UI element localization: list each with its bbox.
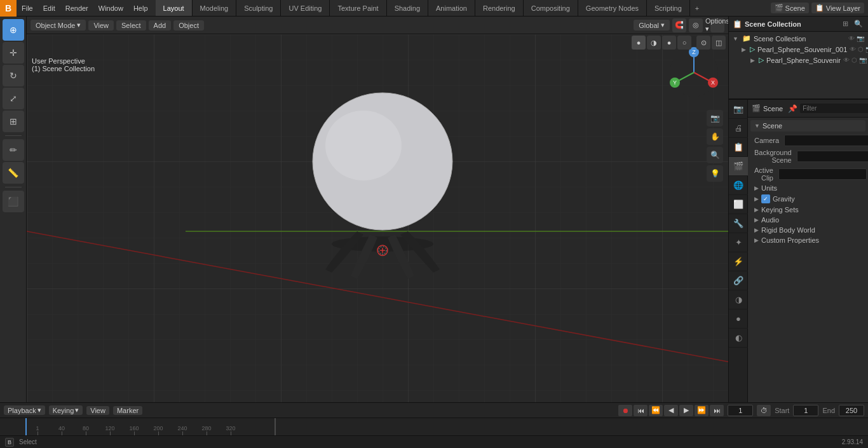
- gravity-section[interactable]: ▶ ✓ Gravity: [750, 193, 865, 205]
- tool-rotate[interactable]: ↻: [3, 65, 24, 86]
- prop-tab-material[interactable]: ●: [729, 309, 748, 329]
- audio-section[interactable]: ▶ Audio: [750, 215, 865, 225]
- outliner-arrow-1[interactable]: ▶: [742, 46, 746, 53]
- options-button[interactable]: Options ▾: [710, 18, 724, 32]
- outliner-render-icon[interactable]: 📷: [857, 35, 864, 42]
- prop-tab-particles[interactable]: ✦: [729, 233, 748, 252]
- material-shading-button[interactable]: ◑: [647, 36, 661, 50]
- viewport-tool-camera[interactable]: 📷: [707, 110, 723, 126]
- viewport-tool-hand[interactable]: ✋: [707, 128, 723, 145]
- view-layer-selector[interactable]: 📋 View Layer: [811, 3, 864, 13]
- transform-global-button[interactable]: Global ▾: [634, 20, 670, 31]
- custom-properties-section[interactable]: ▶ Custom Properties: [750, 235, 865, 245]
- tool-add-cube[interactable]: ⬛: [3, 191, 24, 212]
- tab-shading[interactable]: Shading: [387, 0, 428, 16]
- props-filter-input[interactable]: [800, 104, 868, 113]
- camera-input[interactable]: [784, 135, 868, 146]
- scene-selector[interactable]: 🎬 Scene: [771, 3, 809, 13]
- record-button[interactable]: ⏺: [618, 405, 632, 416]
- menu-help[interactable]: Help: [128, 0, 153, 16]
- prev-keyframe-button[interactable]: ⏪: [649, 405, 663, 416]
- units-section[interactable]: ▶ Units: [750, 183, 865, 193]
- prop-tab-data[interactable]: ◑: [729, 290, 748, 309]
- tool-move[interactable]: ✛: [3, 42, 24, 64]
- tool-cursor[interactable]: ⊕: [3, 19, 24, 41]
- viewport-3d[interactable]: Object Mode ▾ View Select Add Object Glo…: [27, 17, 728, 402]
- tab-sculpting[interactable]: Sculpting: [236, 0, 281, 16]
- timeline-view-btn[interactable]: View: [86, 406, 109, 415]
- tool-annotate[interactable]: ✏: [3, 139, 24, 161]
- play-reverse-button[interactable]: ◀: [664, 405, 678, 416]
- prop-tab-object[interactable]: ⬜: [729, 195, 748, 214]
- timeline-playback-btn[interactable]: Playback ▾: [4, 405, 45, 415]
- start-frame-input[interactable]: [793, 405, 818, 416]
- rigid-body-world-section[interactable]: ▶ Rigid Body World: [750, 225, 865, 235]
- timeline-marker-btn[interactable]: Marker: [113, 406, 142, 415]
- view-menu-button[interactable]: View: [88, 20, 114, 31]
- background-scene-input[interactable]: [797, 151, 868, 162]
- tool-measure[interactable]: 📏: [3, 162, 24, 184]
- prop-tab-shader[interactable]: ◐: [729, 329, 748, 348]
- timeline-ruler[interactable]: 1 40 80 120 160 200: [0, 418, 868, 435]
- tab-scripting[interactable]: Scripting: [647, 0, 690, 16]
- outliner-arrow-2[interactable]: ▶: [750, 57, 755, 64]
- rendered-shading-button2[interactable]: ○: [677, 36, 691, 50]
- tool-scale[interactable]: ⤢: [3, 88, 24, 109]
- menu-render[interactable]: Render: [60, 0, 93, 16]
- outliner-item2-hide[interactable]: 👁: [843, 57, 850, 64]
- jump-start-button[interactable]: ⏮: [634, 405, 648, 416]
- next-keyframe-button[interactable]: ⏩: [695, 405, 709, 416]
- tab-uv-editing[interactable]: UV Editing: [281, 0, 330, 16]
- play-button[interactable]: ▶: [679, 405, 693, 416]
- prop-tab-output[interactable]: 🖨: [729, 119, 748, 138]
- tab-rendering[interactable]: Rendering: [475, 0, 524, 16]
- tab-add-button[interactable]: +: [690, 4, 704, 12]
- viewport-overlay-button[interactable]: ⊙: [696, 36, 710, 50]
- viewport-tool-light[interactable]: 💡: [707, 165, 723, 182]
- outliner-item1-hide[interactable]: 👁: [850, 46, 856, 53]
- tab-modeling[interactable]: Modeling: [193, 0, 237, 16]
- menu-window[interactable]: Window: [93, 0, 128, 16]
- outliner-item1-render[interactable]: 📷: [865, 46, 868, 53]
- prop-tab-view-layer[interactable]: 📋: [729, 138, 748, 157]
- outliner-item2-render[interactable]: 📷: [859, 57, 867, 64]
- props-pin-icon[interactable]: 📌: [788, 102, 797, 116]
- active-clip-input[interactable]: [778, 168, 867, 180]
- add-menu-button[interactable]: Add: [149, 20, 172, 31]
- proportional-edit-icon[interactable]: ◎: [689, 18, 703, 32]
- end-frame-input[interactable]: [839, 405, 864, 416]
- scene-section-header[interactable]: ▼ Scene: [750, 120, 865, 132]
- outliner-item2-select[interactable]: ⬡: [851, 57, 857, 64]
- rendered-shading-button[interactable]: ●: [662, 36, 676, 50]
- prop-tab-world[interactable]: 🌐: [729, 176, 748, 195]
- playback-speed-icon[interactable]: ⏱: [757, 405, 771, 416]
- outliner-search-icon[interactable]: 🔍: [853, 18, 864, 30]
- prop-tab-scene[interactable]: 🎬: [729, 157, 748, 176]
- prop-tab-constraints[interactable]: 🔗: [729, 271, 748, 290]
- prop-tab-modifier[interactable]: 🔧: [729, 214, 748, 233]
- tool-transform[interactable]: ⊞: [3, 111, 24, 132]
- prop-tab-render[interactable]: 📷: [729, 100, 748, 119]
- tab-animation[interactable]: Animation: [428, 0, 475, 16]
- outliner-pearl-sphere-001[interactable]: ▶ ▷ Pearl_Sphere_Souvenir_001 👁 ⬡ 📷: [729, 44, 868, 55]
- keying-sets-section[interactable]: ▶ Keying Sets: [750, 205, 865, 215]
- solid-shading-button[interactable]: ●: [632, 36, 646, 50]
- snap-icon[interactable]: 🧲: [672, 18, 686, 32]
- tab-layout[interactable]: Layout: [156, 0, 193, 16]
- outliner-pearl-sphere[interactable]: ▶ ▷ Pearl_Sphere_Souvenir 👁 ⬡ 📷: [729, 55, 868, 65]
- outliner-scene-collection[interactable]: ▼ 📁 Scene Collection 👁 📷: [729, 33, 868, 44]
- tab-geometry-nodes[interactable]: Geometry Nodes: [578, 0, 647, 16]
- object-menu-button[interactable]: Object: [173, 20, 204, 31]
- xray-button[interactable]: ◫: [712, 36, 726, 50]
- jump-end-button[interactable]: ⏭: [710, 405, 724, 416]
- outliner-item1-select[interactable]: ⬡: [858, 46, 864, 53]
- select-menu-button[interactable]: Select: [116, 20, 146, 31]
- object-mode-button[interactable]: Object Mode ▾: [31, 20, 86, 31]
- timeline-keying-btn[interactable]: Keying ▾: [49, 405, 83, 415]
- current-frame-input[interactable]: [728, 405, 753, 416]
- gravity-checkbox[interactable]: ✓: [761, 194, 770, 203]
- prop-tab-physics[interactable]: ⚡: [729, 252, 748, 271]
- outliner-hide-icon[interactable]: 👁: [848, 35, 855, 42]
- viewport-tool-zoom[interactable]: 🔍: [707, 147, 723, 163]
- menu-file[interactable]: File: [17, 0, 38, 16]
